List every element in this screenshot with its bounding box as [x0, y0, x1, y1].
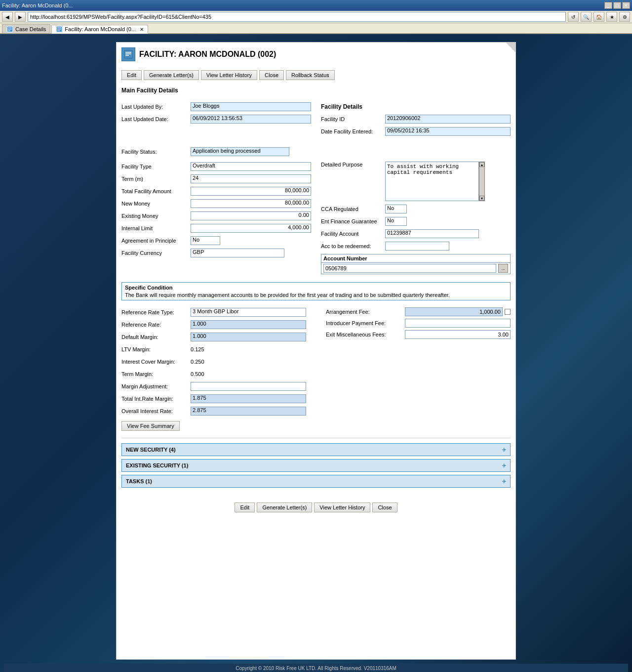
- reference-rate-type-label: Reference Rate Type:: [121, 309, 191, 315]
- forward-button[interactable]: ▶: [15, 12, 26, 22]
- facility-account-input: 01239887: [385, 229, 479, 238]
- bottom-generate-letters-button[interactable]: Generate Letter(s): [257, 503, 312, 512]
- overall-interest-rate-label: Overall Interest Rate:: [121, 408, 191, 414]
- main-facility-details-header: Main Facility Details: [121, 87, 511, 94]
- search-button[interactable]: 🔍: [581, 12, 592, 22]
- arrangement-fee-input: 1,000.00: [405, 307, 503, 316]
- rates-section: Reference Rate Type: 3 Month GBP Libor R…: [121, 307, 511, 431]
- tasks-expand-icon[interactable]: +: [502, 477, 506, 485]
- existing-money-row: Existing Money 0.00: [121, 211, 311, 221]
- facility-details-section: Last Updated By: Joe Bloggs Last Updated…: [121, 102, 511, 139]
- new-money-input: 80,000.00: [191, 199, 311, 208]
- interest-cover-margin-row: Interest Cover Margin: 0.250: [121, 357, 306, 367]
- term-row: Term (m) 24: [121, 174, 311, 184]
- new-money-row: New Money 80,000.00: [121, 199, 311, 209]
- last-updated-date-label: Last Updated Date:: [121, 116, 191, 122]
- account-number-button[interactable]: ...: [498, 264, 508, 273]
- close-button[interactable]: ✕: [622, 2, 630, 9]
- footer-text: Copyright © 2010 Risk Free UK LTD. All R…: [236, 666, 396, 671]
- close-button-top[interactable]: Close: [259, 70, 284, 80]
- address-bar[interactable]: http://localhost:61929/MPSWeb/Facility.a…: [28, 12, 566, 22]
- view-letter-history-button[interactable]: View Letter History: [201, 70, 257, 80]
- tab-case-details[interactable]: Case Details: [2, 24, 50, 33]
- reference-rate-input: 1.000: [191, 320, 306, 329]
- facility-currency-input: GBP: [191, 249, 284, 257]
- tasks-section: TASKS (1) +: [121, 475, 511, 488]
- acc-to-be-redeemed-value: [385, 242, 449, 251]
- existing-security-expand-icon[interactable]: +: [502, 462, 506, 469]
- facility-status-input: Application being processed: [191, 147, 289, 156]
- ltv-margin-text: 0.125: [191, 346, 204, 352]
- rollback-status-button[interactable]: Rollback Status: [286, 70, 334, 80]
- bottom-edit-button[interactable]: Edit: [235, 503, 255, 512]
- last-updated-by-row: Last Updated By: Joe Bloggs: [121, 102, 311, 112]
- reference-rate-type-input: 3 Month GBP Libor: [191, 308, 306, 317]
- cca-regulated-value: No: [385, 205, 407, 213]
- cca-regulated-input: No: [385, 205, 407, 213]
- tasks-label: TASKS (1): [126, 478, 152, 484]
- cca-regulated-row: CCA Regulated No: [321, 204, 511, 214]
- tab-close-icon[interactable]: ✕: [140, 27, 144, 32]
- existing-money-label: Existing Money: [121, 213, 191, 219]
- ent-finance-guarantee-label: Ent Finance Guarantee: [321, 218, 385, 224]
- facility-type-input: Overdraft: [191, 162, 311, 171]
- reference-rate-type-value: 3 Month GBP Libor: [191, 308, 306, 317]
- facility-details-subheader: Facility Details: [321, 103, 362, 110]
- detailed-purpose-container: To assist with working capital requireme…: [385, 162, 485, 201]
- bottom-toolbar: Edit Generate Letter(s) View Letter Hist…: [121, 498, 511, 517]
- nav-bar: ◀ ▶ http://localhost:61929/MPSWeb/Facili…: [0, 11, 632, 23]
- home-button[interactable]: 🏠: [593, 12, 604, 22]
- ent-finance-guarantee-row: Ent Finance Guarantee No: [321, 216, 511, 226]
- new-security-header[interactable]: NEW SECURITY (4) +: [122, 444, 510, 456]
- term-value: 24: [191, 174, 311, 183]
- scroll-down-arrow[interactable]: ▼: [479, 196, 484, 201]
- facility-currency-label: Facility Currency: [121, 250, 191, 256]
- internal-limit-input: 4,000.00: [191, 224, 311, 233]
- bottom-view-letter-history-button[interactable]: View Letter History: [314, 503, 370, 512]
- title-bar: Facility: Aaron McDonald (0... _ □ ✕: [0, 0, 632, 11]
- total-facility-amount-value: 80,000.00: [191, 187, 311, 196]
- maximize-button[interactable]: □: [613, 2, 621, 9]
- interest-cover-margin-value: 0.250: [191, 359, 306, 365]
- new-security-expand-icon[interactable]: +: [502, 446, 506, 454]
- internal-limit-value: 4,000.00: [191, 224, 311, 233]
- reference-rate-value: 1.000: [191, 320, 306, 329]
- tasks-header[interactable]: TASKS (1) +: [122, 475, 510, 487]
- date-facility-entered-label: Date Facility Entered:: [321, 128, 385, 134]
- detailed-purpose-textarea[interactable]: To assist with working capital requireme…: [385, 162, 479, 201]
- acc-to-be-redeemed-label: Acc to be redeemed:: [321, 243, 385, 249]
- total-facility-amount-input: 80,000.00: [191, 187, 311, 196]
- generate-letters-button[interactable]: Generate Letter(s): [144, 70, 199, 80]
- total-int-rate-margin-value: 1.875: [191, 394, 306, 403]
- exit-misc-fees-input: 3.00: [405, 330, 511, 339]
- minimize-button[interactable]: _: [604, 2, 612, 9]
- view-fee-summary-container: View Fee Summary: [121, 421, 306, 431]
- overall-interest-rate-row: Overall Interest Rate: 2.875: [121, 406, 306, 416]
- interest-cover-margin-text: 0.250: [191, 359, 204, 365]
- facility-type-row: Facility Type Overdraft: [121, 162, 311, 171]
- address-text: http://localhost:61929/MPSWeb/Facility.a…: [30, 14, 211, 20]
- view-fee-summary-button[interactable]: View Fee Summary: [121, 421, 180, 431]
- settings-button[interactable]: ⚙: [619, 12, 630, 22]
- back-button[interactable]: ◀: [2, 12, 13, 22]
- page-container: FACILITY: AARON MCDONALD (002) Edit Gene…: [116, 42, 516, 660]
- facility-currency-row: Facility Currency GBP: [121, 248, 311, 258]
- scroll-up-arrow[interactable]: ▲: [479, 162, 484, 167]
- existing-security-header[interactable]: EXISTING SECURITY (1) +: [122, 460, 510, 471]
- right-main-column: Detailed Purpose To assist with working …: [321, 162, 511, 274]
- tab-facility[interactable]: Facility: Aaron McDonald (0... ✕: [51, 25, 148, 34]
- main-content: FACILITY: AARON MCDONALD (002) Edit Gene…: [0, 34, 632, 672]
- facility-type-value: Overdraft: [191, 162, 311, 171]
- tab-icon-facility: [56, 26, 63, 33]
- facility-id-value: 20120906002: [385, 115, 511, 124]
- purpose-scrollbar[interactable]: ▲ ▼: [479, 162, 485, 201]
- refresh-button[interactable]: ↺: [568, 12, 579, 22]
- arrangement-fee-row: Arrangement Fee: 1,000.00: [326, 307, 511, 316]
- star-button[interactable]: ★: [606, 12, 617, 22]
- edit-button[interactable]: Edit: [121, 70, 142, 80]
- arrangement-fee-checkbox[interactable]: [505, 309, 511, 315]
- account-number-label: Account Number: [323, 255, 367, 261]
- browser-title: Facility: Aaron McDonald (0...: [2, 2, 73, 8]
- bottom-close-button[interactable]: Close: [372, 503, 397, 512]
- margin-adjustment-value: [191, 382, 306, 391]
